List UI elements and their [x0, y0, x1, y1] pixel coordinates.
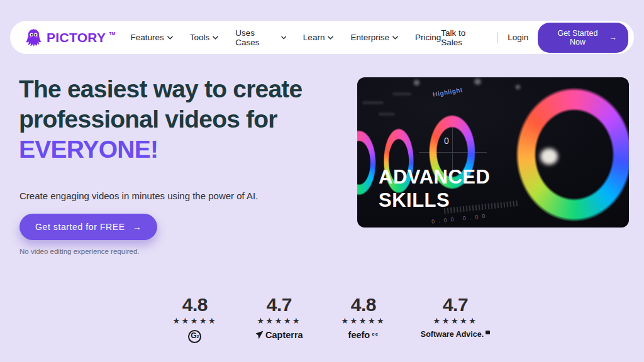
- blurred-knob-dot: [414, 80, 419, 85]
- talk-to-sales-link[interactable]: Talk to Sales: [441, 28, 488, 47]
- blurred-ui-bar: [379, 112, 395, 116]
- nav-item-label: Pricing: [415, 33, 441, 42]
- software-advice-wordmark: Software Advice.: [421, 330, 484, 339]
- g2-letter: G: [191, 331, 196, 341]
- rating-score: 4.7: [252, 294, 306, 315]
- navbar: PICTORY TM Features Tools Uses Cases Lea…: [10, 21, 634, 54]
- navbar-right: Talk to Sales Login Get Started Now →: [441, 23, 628, 53]
- nav-item-label: Uses Cases: [235, 28, 277, 47]
- nav-divider: [497, 32, 498, 43]
- color-wheel-pointer-dot: [540, 148, 558, 165]
- ratings-row: 4.8 ★★★★★ G2 4.7 ★★★★★ Capterra 4.8 ★★★★…: [0, 294, 644, 343]
- highlight-label: Highlight: [432, 86, 463, 97]
- nav-item-label: Enterprise: [350, 33, 389, 42]
- get-started-now-button[interactable]: Get Started Now →: [538, 23, 628, 53]
- color-wheel: [357, 128, 377, 198]
- overlay-title-line1: ADVANCED: [379, 166, 490, 188]
- nav-item-label: Learn: [303, 33, 325, 42]
- g2-sup: 2: [197, 332, 199, 341]
- rating-score: 4.8: [168, 294, 222, 315]
- g2-logo: G2: [168, 330, 222, 343]
- chevron-down-icon: [328, 36, 333, 40]
- hero-title-line1: The easiest way to create: [19, 75, 302, 102]
- wheel-bottom-values: 0.00 0.00: [431, 212, 489, 225]
- hero-subtitle: Create engaging videos in minutes using …: [19, 190, 258, 201]
- rating-g2: 4.8 ★★★★★ G2: [168, 294, 222, 343]
- rating-feefo: 4.8 ★★★★★ feefo ee: [336, 294, 391, 343]
- feefo-logo: feefo ee: [336, 330, 391, 340]
- nav-links: Features Tools Uses Cases Learn Enterpri…: [130, 28, 441, 47]
- blurred-knob-dot: [474, 79, 481, 85]
- blurred-ui-bar: [392, 92, 411, 96]
- octopus-logo-icon: [24, 28, 43, 47]
- nav-item-pricing[interactable]: Pricing: [415, 33, 441, 42]
- pictory-landing-page: PICTORY TM Features Tools Uses Cases Lea…: [0, 0, 644, 362]
- brand-tm: TM: [109, 31, 115, 36]
- rating-score: 4.8: [336, 294, 391, 315]
- capterra-logo-icon: [255, 331, 264, 339]
- brand-name: PICTORY: [47, 30, 106, 45]
- hero-title-highlight: EVERYONE!: [19, 136, 158, 163]
- rating-software-advice: 4.7 ★★★★★ Software Advice.: [421, 294, 490, 343]
- nav-item-enterprise[interactable]: Enterprise: [350, 33, 398, 42]
- blurred-ui-bar: [362, 101, 384, 104]
- capterra-logo: Capterra: [252, 330, 306, 340]
- chevron-down-icon: [281, 36, 286, 40]
- feefo-logo-dots: ee: [372, 331, 379, 337]
- rating-stars: ★★★★★: [252, 316, 306, 326]
- get-started-free-label: Get started for FREE: [35, 222, 125, 232]
- hero-note: No video editing experience required.: [19, 248, 140, 255]
- speech-bubble-icon: [486, 331, 490, 334]
- rating-stars: ★★★★★: [168, 316, 222, 326]
- nav-item-tools[interactable]: Tools: [190, 33, 219, 42]
- color-wheel-large: [511, 82, 629, 227]
- rating-stars: ★★★★★: [421, 316, 490, 326]
- nav-item-label: Features: [130, 33, 164, 42]
- feefo-wordmark: feefo: [348, 330, 370, 340]
- hero-video-thumbnail[interactable]: Highlight 0 ADVANCED SKILLS 0.00 0.00: [357, 77, 629, 228]
- login-link[interactable]: Login: [508, 33, 528, 42]
- software-advice-logo: Software Advice.: [421, 330, 490, 339]
- hero-title-line2: professional videos for: [19, 106, 277, 133]
- get-started-free-button[interactable]: Get started for FREE →: [19, 214, 157, 240]
- rating-stars: ★★★★★: [336, 316, 391, 326]
- nav-item-label: Tools: [190, 33, 210, 42]
- nav-item-uses-cases[interactable]: Uses Cases: [235, 28, 286, 47]
- arrow-right-icon: →: [609, 33, 618, 42]
- capterra-wordmark: Capterra: [265, 330, 303, 340]
- rating-score: 4.7: [421, 294, 490, 315]
- get-started-now-label: Get Started Now: [549, 29, 606, 47]
- blurred-knob-dot: [516, 85, 520, 89]
- g2-logo-icon: G2: [188, 330, 201, 343]
- nav-item-features[interactable]: Features: [130, 33, 172, 42]
- chevron-down-icon: [213, 36, 218, 40]
- pictory-logo[interactable]: PICTORY TM: [24, 28, 115, 47]
- arrow-right-icon: →: [133, 222, 142, 232]
- hero-title: The easiest way to create professional v…: [19, 74, 346, 165]
- overlay-title-line2: SKILLS: [379, 189, 450, 211]
- chevron-down-icon: [392, 36, 398, 40]
- rating-capterra: 4.7 ★★★★★ Capterra: [252, 294, 306, 343]
- wheel-value: 0: [444, 136, 449, 146]
- nav-item-learn[interactable]: Learn: [303, 33, 334, 42]
- chevron-down-icon: [167, 36, 173, 40]
